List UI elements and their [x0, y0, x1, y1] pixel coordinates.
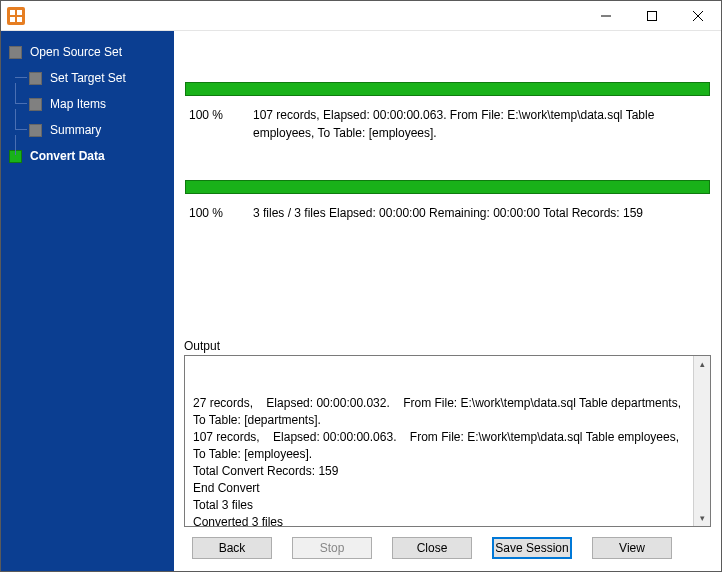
- output-textarea[interactable]: 27 records, Elapsed: 00:00:00.032. From …: [184, 355, 711, 527]
- output-label: Output: [184, 339, 711, 353]
- step-label: Set Target Set: [50, 71, 126, 85]
- overall-progress-bar: [185, 180, 710, 194]
- close-button[interactable]: [675, 1, 721, 30]
- body: Open Source Set Set Target Set Map Items…: [1, 31, 721, 571]
- svg-rect-1: [648, 11, 657, 20]
- close-window-button[interactable]: Close: [392, 537, 472, 559]
- titlebar-left: [1, 7, 25, 25]
- app-window: Open Source Set Set Target Set Map Items…: [0, 0, 722, 572]
- output-scrollbar[interactable]: ▴ ▾: [693, 356, 710, 526]
- step-label: Summary: [50, 123, 101, 137]
- overall-progress-details: 3 files / 3 files Elapsed: 00:00:00 Rema…: [253, 204, 706, 222]
- wizard-steps: Open Source Set Set Target Set Map Items…: [9, 45, 166, 175]
- titlebar: [1, 1, 721, 31]
- item-progress-bar: [185, 82, 710, 96]
- output-text: 27 records, Elapsed: 00:00:00.032. From …: [193, 395, 702, 527]
- step-node-icon: [29, 72, 42, 85]
- item-progress-details: 107 records, Elapsed: 00:00:00.063. From…: [253, 106, 706, 142]
- overall-progress-percent: 100 %: [189, 204, 253, 222]
- step-node-icon: [29, 124, 42, 137]
- step-label: Open Source Set: [30, 45, 122, 59]
- step-convert-data[interactable]: Convert Data: [9, 149, 166, 163]
- maximize-button[interactable]: [629, 1, 675, 30]
- view-button[interactable]: View: [592, 537, 672, 559]
- scroll-down-icon[interactable]: ▾: [700, 510, 705, 526]
- save-session-button[interactable]: Save Session: [492, 537, 572, 559]
- window-controls: [583, 1, 721, 30]
- item-progress-percent: 100 %: [189, 106, 253, 142]
- step-map-items[interactable]: Map Items: [29, 97, 166, 111]
- progress-area: 100 % 107 records, Elapsed: 00:00:00.063…: [184, 39, 711, 237]
- step-label: Convert Data: [30, 149, 105, 163]
- item-progress-section: 100 % 107 records, Elapsed: 00:00:00.063…: [184, 81, 711, 151]
- spacer: [184, 237, 711, 329]
- scroll-up-icon[interactable]: ▴: [700, 356, 705, 372]
- step-label: Map Items: [50, 97, 106, 111]
- step-node-icon: [29, 98, 42, 111]
- minimize-button[interactable]: [583, 1, 629, 30]
- item-progress-info: 100 % 107 records, Elapsed: 00:00:00.063…: [185, 106, 710, 150]
- stop-button: Stop: [292, 537, 372, 559]
- back-button[interactable]: Back: [192, 537, 272, 559]
- step-node-icon: [9, 46, 22, 59]
- app-icon: [7, 7, 25, 25]
- step-summary[interactable]: Summary: [29, 123, 166, 137]
- footer-buttons: Back Stop Close Save Session View: [184, 527, 711, 563]
- step-set-target-set[interactable]: Set Target Set: [29, 71, 166, 85]
- overall-progress-section: 100 % 3 files / 3 files Elapsed: 00:00:0…: [184, 179, 711, 231]
- wizard-sidebar: Open Source Set Set Target Set Map Items…: [1, 31, 174, 571]
- overall-progress-info: 100 % 3 files / 3 files Elapsed: 00:00:0…: [185, 204, 710, 230]
- step-open-source-set[interactable]: Open Source Set: [9, 45, 166, 59]
- step-node-icon: [9, 150, 22, 163]
- main-panel: 100 % 107 records, Elapsed: 00:00:00.063…: [174, 31, 721, 571]
